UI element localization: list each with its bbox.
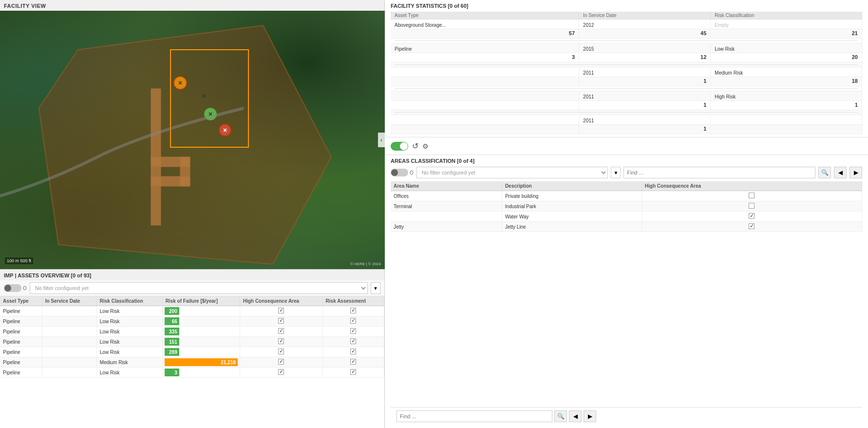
- area-consequence-checkbox[interactable]: [749, 213, 755, 219]
- high-consequence-checkbox[interactable]: [278, 338, 284, 344]
- assets-filter-dropdown[interactable]: No filter configured yet: [30, 282, 368, 294]
- refresh-icon[interactable]: ↺: [412, 141, 418, 151]
- assets-table-row: Pipeline Low Risk 200: [0, 306, 384, 316]
- col-high-consequence: High Consequence Area: [240, 296, 322, 306]
- assets-table-row: Pipeline Low Risk 335: [0, 327, 384, 337]
- areas-toggle[interactable]: O: [391, 169, 414, 176]
- risk-assessment-checkbox[interactable]: [350, 349, 356, 354]
- stats-count-row-5: 1: [391, 125, 862, 134]
- stats-count-service-2: 12: [579, 53, 711, 62]
- risk-assessment-cell: [322, 347, 384, 357]
- stats-toggle-knob: [400, 142, 408, 150]
- stats-cell-risk-5: [711, 115, 862, 125]
- risk-value-cell: 289: [162, 347, 240, 357]
- svg-marker-0: [39, 25, 331, 264]
- assets-filter-dropdown-arrow[interactable]: ▼: [371, 282, 380, 294]
- stats-toggle-area: ↺ ⚙: [385, 137, 868, 155]
- assets-filter-bar: O No filter configured yet ▼: [0, 280, 384, 296]
- high-consequence-cell: [240, 306, 322, 316]
- areas-search-button[interactable]: 🔍: [818, 167, 831, 178]
- stats-count-row-2: 3 12 20: [391, 53, 862, 62]
- assets-table-row: Pipeline Low Risk 289: [0, 347, 384, 357]
- risk-class-cell: Low Risk: [96, 337, 162, 347]
- bottom-next-button[interactable]: ▶: [584, 410, 596, 422]
- risk-assessment-cell: [322, 316, 384, 327]
- high-consequence-cell: [240, 337, 322, 347]
- assets-toggle-track[interactable]: [4, 284, 21, 292]
- col-risk-failure: Risk of Failure [$/year]: [162, 296, 240, 306]
- service-date-cell: [42, 347, 96, 357]
- risk-class-cell: Low Risk: [96, 327, 162, 337]
- risk-assessment-cell: [322, 306, 384, 316]
- area-desc-cell: Industrial Park: [502, 201, 642, 212]
- areas-find-input[interactable]: [623, 167, 815, 178]
- areas-table-body: Offices Private building Terminal Indust…: [391, 191, 862, 232]
- map-logo: © HERE | © 2024: [350, 262, 381, 266]
- area-consequence-checkbox[interactable]: [749, 223, 755, 229]
- service-date-cell: [42, 306, 96, 316]
- area-consequence-checkbox[interactable]: [749, 193, 755, 198]
- high-consequence-checkbox[interactable]: [278, 349, 284, 354]
- bottom-prev-button[interactable]: ◀: [569, 410, 582, 422]
- assets-overview-title: IMP | ASSETS OVERVIEW [0 of 93]: [0, 269, 384, 280]
- risk-assessment-checkbox[interactable]: [350, 328, 356, 334]
- stats-cell-asset-5: [391, 115, 579, 125]
- stats-count-service-4: 1: [579, 101, 711, 110]
- stats-col-risk-class: Risk Classification: [711, 12, 862, 19]
- area-consequence-checkbox[interactable]: [749, 203, 755, 209]
- svg-text:×: ×: [202, 92, 206, 100]
- assets-toggle[interactable]: O: [4, 284, 27, 292]
- risk-value-cell: 3: [162, 368, 240, 378]
- risk-value-cell: 151: [162, 337, 240, 347]
- areas-table-row: Terminal Industrial Park: [391, 201, 862, 212]
- risk-assessment-checkbox[interactable]: [350, 338, 356, 344]
- risk-assessment-checkbox[interactable]: [350, 359, 356, 365]
- risk-value-cell: 335: [162, 327, 240, 337]
- stats-cell-service-4: 2011: [579, 91, 711, 101]
- svg-text:×: ×: [223, 126, 227, 134]
- areas-toggle-track[interactable]: [391, 169, 408, 176]
- areas-table: Area Name Description High Consequence A…: [391, 181, 862, 232]
- risk-assessment-cell: [322, 337, 384, 347]
- high-consequence-checkbox[interactable]: [278, 369, 284, 375]
- stats-cell-service-2: 2015: [579, 43, 711, 53]
- bottom-search-button[interactable]: 🔍: [554, 410, 567, 422]
- areas-classification-section: AREAS CLASSIFICATION [0 of 4] O No filte…: [385, 155, 868, 428]
- stats-cell-asset-1: Aboveground Storage...: [391, 19, 579, 29]
- assets-table-header: Asset Type In Service Date Risk Classifi…: [0, 296, 384, 306]
- assets-overview-section: IMP | ASSETS OVERVIEW [0 of 93] O No fil…: [0, 269, 384, 428]
- high-consequence-cell: [240, 327, 322, 337]
- bottom-find-input[interactable]: [396, 410, 552, 422]
- high-consequence-checkbox[interactable]: [278, 318, 284, 324]
- areas-filter-arrow[interactable]: ▼: [611, 167, 621, 178]
- stats-count-row-4: 1 1: [391, 101, 862, 110]
- area-name-cell: [391, 212, 502, 222]
- areas-prev-button[interactable]: ◀: [834, 167, 847, 178]
- stats-count-asset-4: [391, 101, 579, 110]
- risk-assessment-cell: [322, 327, 384, 337]
- risk-assessment-checkbox[interactable]: [350, 318, 356, 324]
- asset-type-cell: Pipeline: [0, 347, 42, 357]
- risk-assessment-cell: [322, 357, 384, 368]
- assets-table-row: Pipeline Low Risk 66: [0, 316, 384, 327]
- high-consequence-checkbox[interactable]: [278, 359, 284, 365]
- facility-statistics-title: FACILITY STATISTICS [0 of 60]: [391, 3, 862, 9]
- stats-count-risk-3: 18: [711, 77, 862, 86]
- service-date-cell: [42, 337, 96, 347]
- risk-assessment-cell: [322, 368, 384, 378]
- risk-assessment-checkbox[interactable]: [350, 369, 356, 375]
- assets-toggle-label: O: [23, 286, 27, 291]
- risk-assessment-checkbox[interactable]: [350, 308, 356, 313]
- service-date-cell: [42, 368, 96, 378]
- areas-filter-dropdown[interactable]: No filter configured yet: [416, 167, 608, 178]
- map-collapse-button[interactable]: ‹: [378, 133, 385, 147]
- stats-toggle[interactable]: [391, 142, 408, 151]
- assets-table: Asset Type In Service Date Risk Classifi…: [0, 296, 384, 378]
- high-consequence-checkbox[interactable]: [278, 328, 284, 334]
- areas-toggle-knob: [391, 169, 398, 176]
- areas-next-button[interactable]: ▶: [849, 167, 862, 178]
- stats-count-row-3: 1 18: [391, 77, 862, 86]
- high-consequence-checkbox[interactable]: [278, 308, 284, 313]
- stats-count-service-3: 1: [579, 77, 711, 86]
- settings-icon[interactable]: ⚙: [422, 142, 429, 150]
